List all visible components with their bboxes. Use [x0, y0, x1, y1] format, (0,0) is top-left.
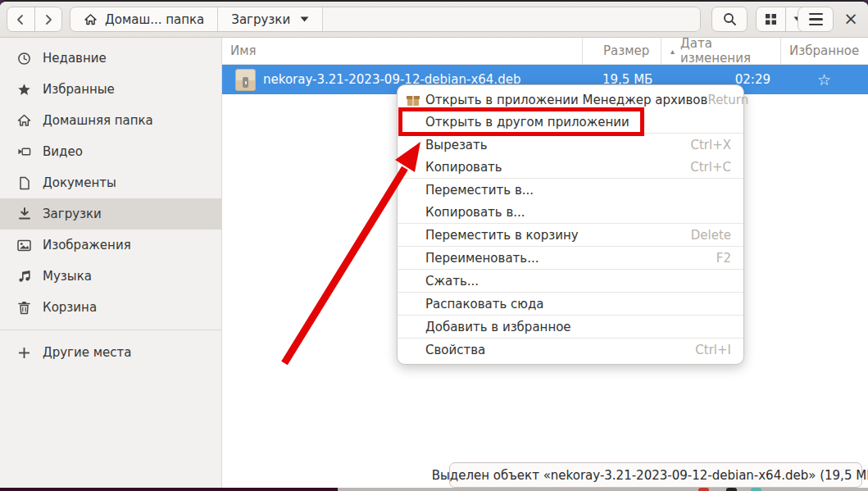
menu-item-rename[interactable]: Переименовать... F2	[398, 247, 743, 269]
desktop-edge-strip	[0, 488, 868, 491]
sidebar-item-label: Недавние	[43, 51, 107, 66]
star-icon	[17, 83, 31, 97]
sidebar: Недавние Избранные Домашняя папка	[0, 38, 222, 488]
column-header-starred[interactable]: Избранное	[780, 38, 868, 64]
dock-icon-peek	[751, 488, 761, 491]
column-header-name[interactable]: Имя	[222, 38, 582, 64]
menu-item-cut[interactable]: Вырезать Ctrl+X	[398, 134, 743, 156]
archive-manager-icon	[407, 93, 420, 107]
path-bar: Домаш... папка Загрузки	[70, 7, 701, 32]
search-icon	[723, 12, 737, 26]
clock-icon	[17, 52, 31, 66]
menu-item-properties[interactable]: Свойства Ctrl+I	[398, 339, 743, 361]
sidebar-item-label: Корзина	[43, 300, 97, 315]
column-header-modified[interactable]: ▴ Дата изменения	[661, 38, 780, 64]
grid-view-icon	[765, 13, 777, 25]
shortcut-label: Return	[707, 93, 748, 107]
close-icon: ×	[843, 9, 858, 29]
home-icon	[17, 114, 31, 128]
annotation-highlight-rectangle	[398, 107, 644, 136]
menu-item-extract-here[interactable]: Распаковать сюда	[398, 293, 743, 315]
search-button[interactable]	[711, 7, 748, 32]
list-header: Имя Размер ▴ Дата изменения Избранное	[222, 38, 868, 65]
back-button[interactable]	[7, 7, 35, 31]
forward-button[interactable]	[35, 7, 62, 31]
deb-package-file-icon	[235, 69, 256, 91]
menu-item-move-to[interactable]: Переместить в...	[398, 179, 743, 201]
trash-icon	[17, 301, 31, 315]
image-icon	[17, 239, 31, 252]
sidebar-item-pictures[interactable]: Изображения	[0, 230, 221, 261]
status-bar: Выделен объект «nekoray-3.21-2023-09-12-…	[449, 462, 862, 488]
shortcut-label: Delete	[691, 228, 731, 243]
plus-icon	[17, 346, 31, 360]
sidebar-item-music[interactable]: Музыка	[0, 261, 221, 292]
hamburger-icon	[809, 13, 823, 25]
sidebar-item-videos[interactable]: Видео	[0, 136, 221, 167]
sidebar-item-starred[interactable]: Избранные	[0, 74, 221, 105]
download-icon	[17, 207, 31, 221]
video-icon	[17, 145, 31, 159]
home-icon	[84, 13, 98, 26]
sidebar-item-documents[interactable]: Документы	[0, 167, 221, 198]
sidebar-item-home[interactable]: Домашняя папка	[0, 105, 221, 136]
sidebar-item-label: Другие места	[43, 345, 131, 360]
dock-icon-peek	[726, 488, 737, 491]
sidebar-item-downloads[interactable]: Загрузки	[0, 198, 221, 230]
breadcrumb-current[interactable]: Загрузки	[218, 7, 323, 31]
file-manager-window: Домаш... папка Загрузки	[0, 0, 868, 491]
shortcut-label: Ctrl+C	[690, 160, 731, 175]
nav-buttons	[7, 7, 62, 32]
toolbar: Домаш... папка Загрузки	[0, 2, 868, 38]
file-star-toggle[interactable]: ☆	[780, 65, 868, 94]
sidebar-item-trash[interactable]: Корзина	[0, 292, 221, 323]
breadcrumb-home[interactable]: Домаш... папка	[70, 7, 218, 31]
shortcut-label: Ctrl+I	[695, 343, 731, 357]
menu-item-copy-to[interactable]: Копировать в...	[398, 201, 743, 223]
star-outline-icon: ☆	[817, 70, 831, 89]
document-icon	[17, 176, 31, 190]
sidebar-item-label: Документы	[43, 175, 116, 190]
sidebar-item-label: Домашняя папка	[43, 113, 153, 128]
column-header-size[interactable]: Размер	[582, 38, 661, 64]
menu-item-move-to-trash[interactable]: Переместить в корзину Delete	[398, 224, 743, 246]
chevron-left-icon	[15, 14, 26, 25]
path-bar-empty[interactable]	[323, 7, 700, 31]
sidebar-separator	[0, 330, 221, 330]
hamburger-menu-button[interactable]	[798, 7, 834, 32]
selection-status-text: Выделен объект «nekoray-3.21-2023-09-12-…	[432, 468, 868, 483]
menu-item-compress[interactable]: Сжать...	[398, 270, 743, 292]
shortcut-label: F2	[716, 251, 731, 266]
breadcrumb-current-label: Загрузки	[231, 12, 290, 27]
sidebar-item-label: Загрузки	[43, 207, 102, 221]
grid-view-button[interactable]	[757, 7, 786, 31]
breadcrumb-home-label: Домаш... папка	[105, 12, 204, 27]
shortcut-label: Ctrl+X	[690, 138, 731, 152]
close-button[interactable]: ×	[838, 6, 864, 32]
desktop-edge-maroon	[0, 488, 338, 491]
chevron-right-icon	[43, 14, 54, 25]
menu-item-copy[interactable]: Копировать Ctrl+C	[398, 156, 743, 178]
sidebar-item-label: Музыка	[43, 269, 92, 284]
sidebar-item-recent[interactable]: Недавние	[0, 43, 221, 74]
sidebar-item-other-places[interactable]: Другие места	[0, 337, 221, 368]
sidebar-item-label: Изображения	[43, 238, 131, 252]
menu-item-add-to-starred[interactable]: Добавить в избранное	[398, 316, 743, 338]
sort-ascending-icon: ▴	[670, 47, 675, 56]
dock-icon-peek	[698, 488, 709, 491]
sidebar-item-label: Видео	[43, 144, 83, 159]
music-icon	[17, 270, 31, 284]
chevron-down-icon	[300, 16, 309, 22]
sidebar-item-label: Избранные	[43, 82, 115, 97]
